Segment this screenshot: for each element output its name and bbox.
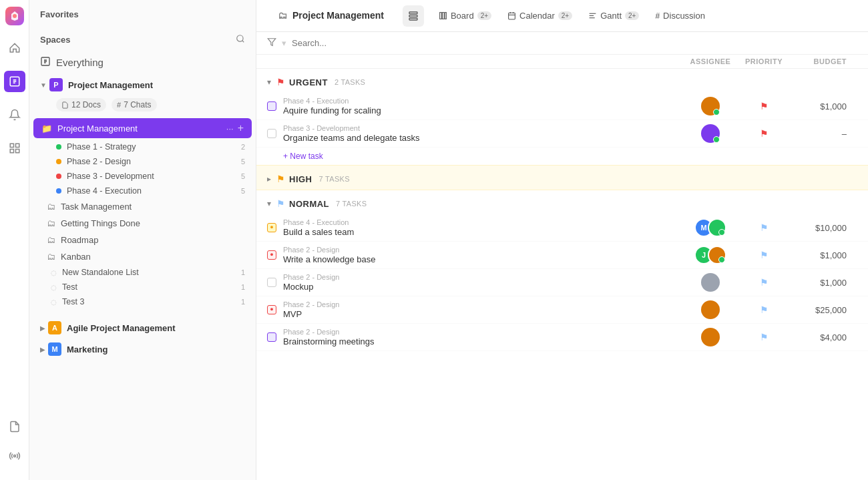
table-content: ▾ ⚑ URGENT 2 TASKS Phase 4 - Execution A… (256, 69, 868, 480)
task-checkbox[interactable] (267, 278, 276, 287)
filter-icon[interactable] (267, 37, 276, 49)
docs-badge[interactable]: 12 Docs (56, 98, 106, 111)
agile-chevron-icon: ▶ (40, 324, 45, 332)
task-info: Phase 2 - Design Mockup (283, 273, 684, 292)
task-row[interactable]: Phase 4 - Execution Aquire funding for s… (256, 93, 868, 120)
task-priority: ⚑ (737, 222, 791, 233)
folder-tm-label: Task Management (61, 202, 132, 212)
list-test3[interactable]: ◌ Test 3 1 (29, 294, 256, 309)
task-checkbox[interactable]: ● (267, 223, 276, 232)
high-count: 7 TASKS (319, 175, 350, 183)
phase-4-item[interactable]: Phase 4 - Execution 5 (29, 184, 256, 198)
task-checkbox[interactable]: ● (267, 250, 276, 260)
sidebar-item-everything[interactable]: Everything (29, 51, 256, 74)
phase-1-name: Phase 1 - Strategy (67, 142, 136, 152)
task-checkbox[interactable] (267, 332, 276, 342)
search-input[interactable] (292, 38, 857, 48)
task-row[interactable]: Phase 2 - Design Mockup ⚑ $1,000 (256, 269, 868, 296)
task-row[interactable]: Phase 2 - Design Brainstorming meetings … (256, 324, 868, 351)
svg-rect-3 (15, 144, 19, 147)
marketing-badge: M (48, 342, 61, 356)
notifications-icon[interactable] (4, 104, 25, 126)
spaces-label: Spaces (40, 35, 71, 45)
priority-flag-icon: ⚑ (760, 277, 769, 288)
task-budget: – (791, 129, 857, 139)
task-name: Organize teams and delegate tasks (283, 133, 684, 143)
list-standalone[interactable]: ◌ New Standalone List 1 (29, 265, 256, 280)
phase-3-count: 5 (241, 172, 245, 180)
folder-icon-tm: 🗂 (47, 202, 55, 212)
task-row[interactable]: ● Phase 2 - Design MVP ⚑ $25,000 (256, 296, 868, 324)
folder-getting-things-done[interactable]: 🗂 Getting Things Done (29, 215, 256, 232)
tab-gantt-badge: 2+ (625, 11, 639, 20)
phase-3-dot (56, 174, 61, 179)
tab-discussion-label: Discussion (663, 11, 705, 21)
marketing-chevron-icon: ▶ (40, 346, 45, 353)
spaces-search-icon[interactable] (236, 34, 245, 45)
tab-discussion[interactable]: # Discussion (648, 7, 712, 24)
svg-rect-10 (409, 15, 417, 17)
priority-flag-icon: ⚑ (760, 304, 769, 315)
tab-calendar-badge: 2+ (558, 11, 572, 20)
priority-flag-icon: ⚑ (760, 332, 769, 342)
svg-point-0 (13, 14, 17, 18)
folder-rm-label: Roadmap (61, 235, 98, 245)
folder-icon-gtd: 🗂 (47, 218, 55, 228)
active-folder-project-management[interactable]: 📁 Project Management ··· + (33, 118, 252, 138)
task-row[interactable]: Phase 3 - Development Organize teams and… (256, 120, 868, 148)
folder-add-icon[interactable]: + (238, 122, 244, 134)
task-checkbox[interactable] (267, 129, 276, 138)
phase-2-dot (56, 159, 61, 164)
task-priority: ⚑ (737, 277, 791, 288)
list-test[interactable]: ◌ Test 1 (29, 280, 256, 294)
tasks-icon[interactable] (4, 71, 25, 92)
high-toggle[interactable]: ▸ (267, 174, 271, 184)
task-checkbox[interactable] (267, 101, 276, 111)
view-toggle-btn[interactable] (403, 5, 424, 27)
phase-4-count: 5 (241, 187, 245, 195)
task-assignee (684, 328, 737, 346)
app-logo[interactable] (5, 7, 24, 25)
new-task-urgent-btn[interactable]: + New task (256, 148, 868, 165)
phase-3-item[interactable]: Phase 3 - Development 5 (29, 169, 256, 184)
chats-badge[interactable]: # 7 Chats (112, 98, 156, 111)
file-icon[interactable] (4, 416, 25, 437)
tab-calendar[interactable]: Calendar 2+ (501, 7, 579, 24)
task-checkbox[interactable]: ● (267, 305, 276, 314)
urgent-flag-icon: ⚑ (276, 77, 285, 87)
folder-roadmap[interactable]: 🗂 Roadmap (29, 232, 256, 248)
space-project-management[interactable]: ▼ P Project Management (29, 74, 256, 95)
tab-gantt-label: Gantt (600, 11, 622, 21)
urgent-toggle[interactable]: ▾ (267, 77, 271, 87)
filter-chevron-icon: ▾ (282, 38, 286, 48)
folder-menu-dots[interactable]: ··· (226, 124, 234, 134)
home-icon[interactable] (4, 37, 25, 59)
task-name: Write a knowledge base (283, 254, 684, 264)
task-row[interactable]: ● Phase 4 - Execution Build a sales team… (256, 214, 868, 242)
folder-kanban[interactable]: 🗂 Kanban (29, 248, 256, 265)
phase-1-item[interactable]: Phase 1 - Strategy 2 (29, 140, 256, 154)
list-standalone-count: 1 (241, 268, 245, 276)
toolbar: ▾ (256, 32, 868, 55)
svg-marker-22 (268, 39, 276, 46)
normal-toggle[interactable]: ▾ (267, 199, 271, 208)
task-assignee: M (684, 218, 737, 237)
main-content: 🗂 Project Management Board 2+ Calendar 2… (256, 0, 868, 480)
folder-task-management[interactable]: 🗂 Task Management (29, 198, 256, 215)
avatar (708, 218, 726, 237)
list-icon-test: ◌ (51, 284, 57, 291)
task-row[interactable]: ● Phase 2 - Design Write a knowledge bas… (256, 242, 868, 269)
space-agile[interactable]: ▶ A Agile Project Management (29, 317, 256, 338)
page-title-text: Project Management (292, 10, 384, 21)
svg-rect-14 (445, 13, 446, 19)
folder-gtd-label: Getting Things Done (61, 218, 140, 228)
task-priority: ⚑ (737, 101, 791, 111)
svg-point-6 (13, 455, 15, 457)
grid-icon[interactable] (4, 138, 25, 159)
radio-icon[interactable] (4, 445, 25, 467)
space-marketing[interactable]: ▶ M Marketing (29, 338, 256, 360)
tab-gantt[interactable]: Gantt 2+ (582, 7, 646, 24)
tab-board[interactable]: Board 2+ (432, 7, 498, 24)
phase-2-item[interactable]: Phase 2 - Design 5 (29, 154, 256, 169)
task-phase: Phase 2 - Design (283, 273, 684, 281)
